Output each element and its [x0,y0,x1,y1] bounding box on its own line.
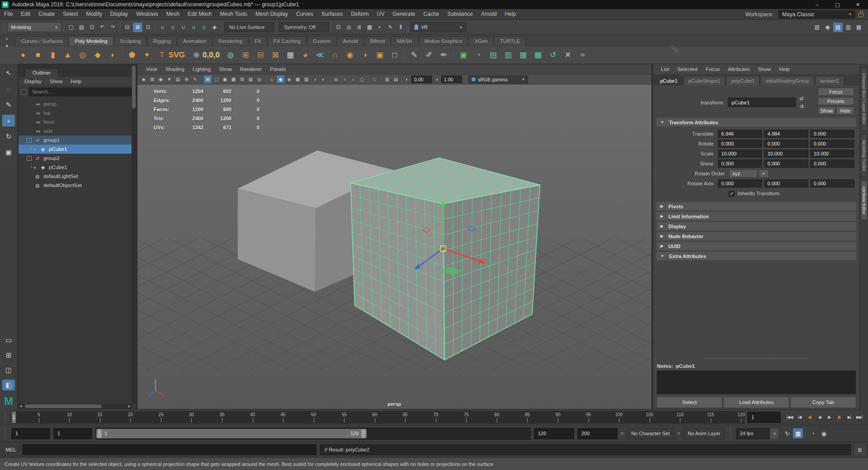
range-slider-rest[interactable] [367,428,531,440]
paint-select-tool[interactable]: ✎ [2,99,15,111]
snap-to-view-planes-icon[interactable]: ∪ [199,23,209,32]
tab-animation[interactable]: Animation [177,37,212,46]
lasso-select-tool[interactable]: ◌ [2,83,15,95]
viewport-3d-scene[interactable]: Verts:12046020Edges:240012000Faces:12006… [137,85,651,409]
poly-star-icon[interactable]: ✦ [140,48,154,62]
show-button[interactable]: Show [818,107,835,115]
grease-pencil-icon[interactable]: ✎ [191,75,199,83]
view-transform-dropdown[interactable]: sRGB gamma ▼ [468,75,528,84]
unfold-uv-icon[interactable]: ↺ [546,48,560,62]
menu-generate[interactable]: Generate [388,9,419,19]
character-controls-icon[interactable]: ◉ [823,23,832,32]
single-pane-layout[interactable]: ▭ [2,335,15,346]
construction-aim-icon[interactable]: ⊕ [189,48,203,62]
tab-mash[interactable]: MASH [391,37,418,46]
presets-button[interactable]: Presets [818,97,854,105]
current-frame-field[interactable]: 1 [747,412,781,423]
tab-fx-caching[interactable]: FX Caching [268,37,307,46]
shaded-icon[interactable]: ◆ [277,75,284,83]
xray-joints-icon[interactable]: ▤ [392,75,400,83]
menu-set-dropdown[interactable]: Modeling▼ [7,22,61,32]
scale-tool[interactable]: ▣ [2,146,15,158]
step-back-frame-button[interactable]: |◀ [795,413,804,422]
occlusion-icon[interactable]: ◎ [332,75,340,83]
anim-layer-dropdown[interactable]: No Anim Layer [683,428,725,439]
section-limit-information[interactable]: ▶Limit Information [656,212,856,221]
hide-button[interactable]: Hide [836,107,854,115]
select-object-icon[interactable]: ⊞ [133,23,142,32]
poly-torus-icon[interactable]: ◎ [76,48,90,62]
shadows-icon[interactable]: ◐ [320,75,327,83]
shelf-collapse-icon[interactable]: ▼ [5,44,9,48]
menu-curves[interactable]: Curves [292,9,317,19]
vr-dropdown[interactable]: VR ▼ [410,22,467,32]
mel-command-input[interactable] [23,444,316,455]
rotate-axis-field-y[interactable]: 0.000 [764,179,808,188]
grip-handle[interactable] [4,428,7,439]
outliner-item-top[interactable]: top [19,108,136,118]
menu-panels[interactable]: Panels [266,64,290,75]
step-forward-frame-button[interactable]: ▶| [845,413,854,422]
snap-to-projected-center-icon[interactable]: ∪ [189,23,198,32]
safe-action-icon[interactable]: ▧ [247,75,255,83]
show-ui-elements-icon[interactable]: ▧ [812,23,822,32]
menu-edit[interactable]: Edit [17,9,34,19]
wireframe-on-shaded-icon[interactable]: ◈ [285,75,293,83]
type-tool-icon[interactable]: T [155,48,169,62]
timeline-tick[interactable] [375,418,375,423]
motion-blur-icon[interactable]: ○ [341,75,349,83]
timeline-tick[interactable] [436,418,436,423]
translate-field-z[interactable]: 0.000 [810,130,854,138]
scene-canvas[interactable] [137,85,651,409]
timeline-tick[interactable] [405,418,406,423]
poly-cube-icon[interactable]: ■ [31,48,45,62]
output-connections-icon[interactable]: ◎ [344,23,354,32]
timeline-tick[interactable] [527,418,528,423]
pause-viewport-icon[interactable]: ‖ [396,23,406,32]
select-camera-icon[interactable]: ■ [140,75,147,83]
swap-node-icon[interactable]: ⇄ [799,95,804,102]
animation-start-field[interactable]: 1 [11,428,50,439]
menu-substance[interactable]: Substance [443,9,477,19]
tab-custom[interactable]: Custom [307,37,337,46]
menu-display[interactable]: Display [20,76,46,87]
outliner-search-input[interactable] [29,88,134,96]
shear-field-y[interactable]: 0.000 [764,160,808,168]
expand-collapse-icon[interactable]: - [27,156,32,161]
menu-select[interactable]: Select [656,396,722,408]
outliner-item-defaultlightset[interactable]: defaultLightSet [19,172,136,181]
go-to-start-button[interactable]: |◀◀ [785,413,794,422]
outliner-item-front[interactable]: front [19,118,136,127]
extract-icon[interactable]: ⊠ [269,48,282,62]
shear-field-z[interactable]: 0.000 [810,160,854,168]
play-backwards-button[interactable]: ◀ [815,413,824,422]
smooth-icon[interactable]: ◕ [298,48,312,62]
section-extra-attributes[interactable]: ▼Extra Attributes [656,252,856,260]
menu-file[interactable]: File [0,9,17,19]
timeline-tick[interactable] [222,418,222,423]
rotate-order-dropdown[interactable]: xyz [729,169,758,178]
tab-pcube1[interactable]: pCube1 [655,76,683,85]
menu-arnold[interactable]: Arnold [477,9,501,19]
section-pivots[interactable]: ▶Pivots [656,202,856,211]
ipr-render-icon[interactable]: ◐ [375,23,385,32]
safe-title-icon[interactable]: ◎ [255,75,263,83]
tab-motion-graphics[interactable]: Motion Graphics [419,37,468,46]
play-forwards-button[interactable]: ▶ [825,413,834,422]
field-chart-icon[interactable]: ⊞ [238,75,246,83]
outliner-persp-layout[interactable]: ◧ [2,380,15,390]
uv-editor-icon[interactable]: ▩ [531,48,545,62]
menu-windows[interactable]: Windows [132,9,162,19]
grip-handle[interactable] [4,412,7,423]
poly-cone-icon[interactable]: ▲ [61,48,75,62]
section-transform-attributes[interactable]: ▼ Transform Attributes [656,118,856,127]
menu-renderer[interactable]: Renderer [236,64,266,75]
shelf-menu-icon[interactable]: ≡ [5,37,8,41]
boolean-icon[interactable]: ◉ [343,48,357,62]
menu-mesh[interactable]: Mesh [162,9,184,19]
timeline-tick[interactable] [619,418,619,423]
timeline-tick[interactable] [497,418,497,423]
inherits-transform-checkbox[interactable]: ✓ [729,191,735,197]
menu-view[interactable]: View [142,64,161,75]
step-back-key-button[interactable]: ◀| [805,413,814,422]
